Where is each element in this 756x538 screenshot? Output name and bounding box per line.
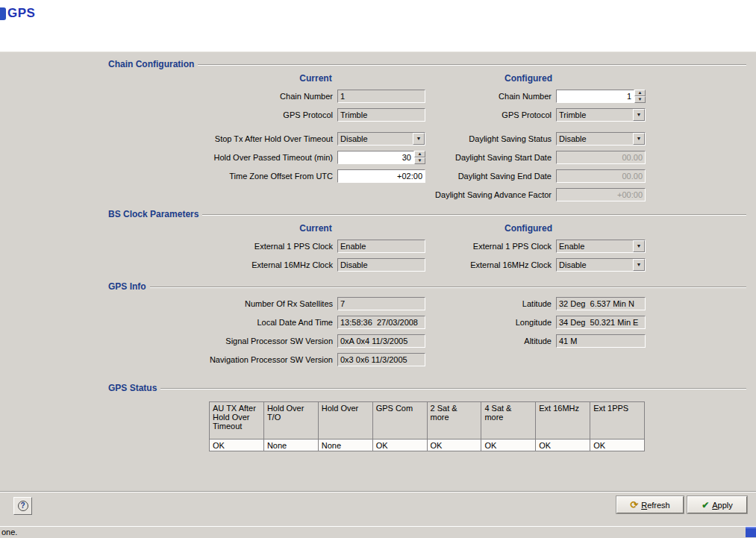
app-icon <box>0 7 6 20</box>
spin-up-icon[interactable]: ▲ <box>634 90 646 96</box>
pps-configured-dropdown[interactable]: Enable ▼ <box>556 240 646 253</box>
section-header: Chain Configuration <box>108 58 746 70</box>
satellites-label: Number Of Rx Satellites <box>108 299 337 308</box>
daylight-saving-start-label: Daylight Saving Start Date <box>425 153 556 162</box>
form-row: Navigation Processor SW Version 0x3 0x6 … <box>108 350 746 369</box>
chain-number-stepper[interactable]: ▲ ▼ <box>556 90 646 103</box>
stop-tx-selected-value: Disable <box>338 133 413 145</box>
chain-number-current-field: 1 <box>337 90 425 103</box>
chain-rows: Chain Number 1 Chain Number ▲ ▼ GPS Prot… <box>108 87 746 204</box>
altitude-field: 41 M <box>556 334 646 348</box>
form-row: External 1 PPS Clock Enable External 1 P… <box>108 237 746 255</box>
pps-current-field: Enable <box>337 240 425 253</box>
divider <box>198 64 746 66</box>
form-row: Stop Tx After Hold Over Timeout Disable … <box>108 129 746 148</box>
mhz-current-field: Disable <box>337 258 425 272</box>
status-value-cell: OK <box>372 440 427 451</box>
gps-info-rows: Number Of Rx Satellites 7 Latitude 32 De… <box>108 294 746 369</box>
stop-tx-dropdown[interactable]: Disable ▼ <box>337 132 425 146</box>
chain-number-input[interactable] <box>556 90 634 103</box>
divider <box>150 287 746 288</box>
status-column-header: Ext 16MHz <box>536 402 590 440</box>
apply-button-label: Apply <box>712 501 733 510</box>
apply-check-icon: ✔ <box>702 501 709 510</box>
status-column-header: AU TX After Hold Over Timeout <box>210 402 264 440</box>
daylight-saving-advance-label: Daylight Saving Advance Factor <box>425 190 556 199</box>
daylight-saving-status-value: Disable <box>557 133 633 145</box>
daylight-saving-start-field: 00.00 <box>556 151 646 164</box>
satellites-field: 7 <box>337 297 425 310</box>
status-value-cell: OK <box>536 440 590 451</box>
status-bar: one. <box>0 526 756 537</box>
nav-sw-field: 0x3 0x6 11/3/2005 <box>337 353 425 366</box>
apply-button[interactable]: ✔ Apply <box>687 496 747 513</box>
chain-number-configured-label: Chain Number <box>425 92 556 101</box>
column-headers: Current Configured <box>108 73 746 85</box>
help-button[interactable]: ? <box>13 497 32 515</box>
gps-status-table: AU TX After Hold Over Timeout Hold Over … <box>209 401 645 451</box>
page-header: GPS <box>0 0 756 52</box>
gps-protocol-configured-label: GPS Protocol <box>425 110 556 119</box>
column-header-configured: Configured <box>504 223 552 234</box>
chevron-down-icon[interactable]: ▼ <box>633 259 645 271</box>
daylight-saving-end-label: Daylight Saving End Date <box>425 172 556 181</box>
form-row: GPS Protocol Trimble GPS Protocol Trimbl… <box>108 105 746 124</box>
mhz-current-label: External 16MHz Clock <box>108 260 337 269</box>
main-panel: Chain Configuration Current Configured C… <box>0 52 756 491</box>
longitude-field: 34 Deg 50.321 Min E <box>556 316 646 329</box>
section-gps-status: GPS Status AU TX After Hold Over Timeout… <box>108 382 746 451</box>
status-value-cell: OK <box>210 440 264 451</box>
status-column-header: Hold Over T/O <box>263 402 318 440</box>
gps-protocol-dropdown[interactable]: Trimble ▼ <box>556 108 646 122</box>
gps-window: GPS Chain Configuration Current Configur… <box>0 0 756 537</box>
chevron-down-icon[interactable]: ▼ <box>633 133 645 145</box>
section-bs-clock-parameters: BS Clock Parameters Current Configured E… <box>108 208 746 274</box>
form-row: External 16MHz Clock Disable External 16… <box>108 255 746 274</box>
section-header: BS Clock Parameters <box>108 208 746 220</box>
section-header: GPS Info <box>108 281 746 293</box>
refresh-icon: ⟳ <box>630 500 638 510</box>
spin-buttons: ▲ ▼ <box>634 90 646 103</box>
gps-protocol-selected-value: Trimble <box>557 109 633 121</box>
form-row: Chain Number 1 Chain Number ▲ ▼ <box>108 87 746 105</box>
latitude-label: Latitude <box>425 299 556 308</box>
altitude-label: Altitude <box>425 337 556 345</box>
button-bar: ? ⟳ Refresh ✔ Apply <box>0 491 756 526</box>
signal-sw-label: Signal Processor SW Version <box>108 337 337 345</box>
mhz-configured-dropdown[interactable]: Disable ▼ <box>556 258 646 272</box>
refresh-button[interactable]: ⟳ Refresh <box>616 496 684 513</box>
daylight-saving-end-field: 00.00 <box>556 169 646 183</box>
status-value-cell: OK <box>590 440 645 451</box>
spin-down-icon[interactable]: ▼ <box>634 96 646 103</box>
column-header-current: Current <box>299 73 331 84</box>
form-row: Number Of Rx Satellites 7 Latitude 32 De… <box>108 294 746 313</box>
hold-over-timeout-input[interactable] <box>337 151 414 164</box>
section-chain-configuration: Chain Configuration Current Configured C… <box>108 58 746 204</box>
section-title: GPS Info <box>108 281 150 292</box>
chain-number-current-label: Chain Number <box>108 92 337 101</box>
spin-down-icon[interactable]: ▼ <box>414 157 425 164</box>
chevron-down-icon[interactable]: ▼ <box>633 240 645 252</box>
section-title: Chain Configuration <box>108 59 198 69</box>
spin-up-icon[interactable]: ▲ <box>414 151 425 157</box>
form-row: Hold Over Passed Timeout (min) ▲ ▼ Dayli… <box>108 148 746 166</box>
local-datetime-field: 13:58:36 27/03/2008 <box>337 316 425 329</box>
status-column-header: Ext 1PPS <box>590 402 645 440</box>
longitude-label: Longitude <box>425 318 556 327</box>
page-title: GPS <box>7 6 35 21</box>
spin-buttons: ▲ ▼ <box>414 151 425 164</box>
chevron-down-icon[interactable]: ▼ <box>413 133 425 145</box>
pps-configured-value: Enable <box>557 240 633 252</box>
timezone-offset-input[interactable] <box>337 169 425 183</box>
section-title: GPS Status <box>108 383 160 393</box>
timezone-offset-label: Time Zone Offset From UTC <box>108 172 337 181</box>
nav-sw-label: Navigation Processor SW Version <box>108 355 337 364</box>
signal-sw-field: 0xA 0x4 11/3/2005 <box>337 334 425 348</box>
bs-clock-rows: External 1 PPS Clock Enable External 1 P… <box>108 237 746 274</box>
daylight-saving-status-dropdown[interactable]: Disable ▼ <box>556 132 646 146</box>
chevron-down-icon[interactable]: ▼ <box>633 109 645 121</box>
divider <box>160 388 746 390</box>
gps-protocol-current-label: GPS Protocol <box>108 110 337 119</box>
hold-over-timeout-stepper[interactable]: ▲ ▼ <box>337 151 425 164</box>
form-row: Time Zone Offset From UTC Daylight Savin… <box>108 166 746 185</box>
